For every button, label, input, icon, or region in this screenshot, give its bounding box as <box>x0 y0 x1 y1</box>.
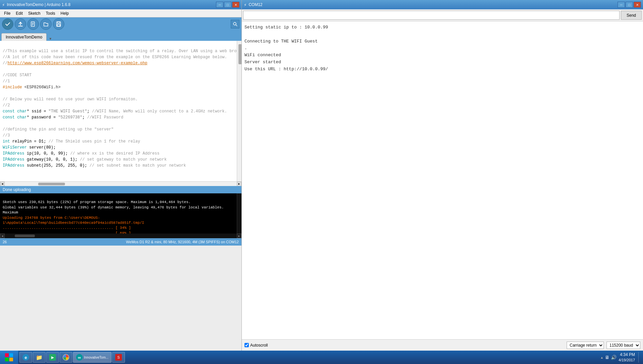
new-button[interactable] <box>27 18 39 30</box>
taskbar-items: e 📁 ▶ ∞ InnovativeTom... S <box>18 352 597 363</box>
console-output: Sketch uses 230,621 bytes (22%) of progr… <box>0 193 237 234</box>
clock[interactable]: 4:34 PM 4/19/2017 <box>619 352 635 363</box>
console-h-scroll-right[interactable]: ▶ <box>237 234 241 238</box>
system-tray: ▲ 🖥 🔊 4:34 PM 4/19/2017 <box>597 352 643 363</box>
tray-sound-icon: 🔊 <box>611 355 617 360</box>
start-button[interactable] <box>0 351 18 364</box>
taskbar-chrome[interactable] <box>60 352 72 363</box>
h-scroll-left[interactable]: ◀ <box>0 182 5 186</box>
menu-sketch[interactable]: Sketch <box>25 10 43 16</box>
arduino-status-bar: Done uploading <box>0 186 241 193</box>
tab-dropdown-arrow[interactable]: ▼ <box>49 37 51 41</box>
menu-bar: File Edit Sketch Tools Help <box>0 9 241 17</box>
baud-rate-select[interactable]: 300 1200 9600 115200 baud <box>606 342 640 349</box>
console-h-scrollbar[interactable]: ◀ ▶ <box>0 234 241 238</box>
code-content[interactable]: //This example will use a static IP to c… <box>0 41 237 181</box>
upload-button[interactable] <box>15 18 26 30</box>
arduino-logo-icon: ⚡ <box>2 2 5 8</box>
clock-date: 4/19/2017 <box>619 358 635 363</box>
taskbar-media[interactable]: ▶ <box>46 352 59 363</box>
menu-tools[interactable]: Tools <box>43 10 58 16</box>
com-title-text: COM12 <box>248 2 618 7</box>
com-bottom-bar: Autoscroll No line ending Newline Carria… <box>242 339 643 351</box>
taskbar-arduino[interactable]: ∞ InnovativeTom... <box>73 352 112 363</box>
console-scrollbar[interactable] <box>237 193 241 234</box>
arduino-close-btn[interactable]: ✕ <box>232 2 239 8</box>
tray-icons: ▲ 🖥 🔊 <box>600 355 617 360</box>
autoscroll-label[interactable]: Autoscroll <box>244 343 268 348</box>
tray-network-icon: 🖥 <box>605 355 610 360</box>
menu-help[interactable]: Help <box>58 10 72 16</box>
com-output: Setting static ip to : 10.0.0.99 Connect… <box>242 21 643 339</box>
tray-arrow[interactable]: ▲ <box>600 356 603 359</box>
verify-button[interactable] <box>2 18 13 30</box>
upload-status: Done uploading <box>3 187 31 192</box>
com-window-controls: ─ □ ✕ <box>618 2 641 8</box>
send-button[interactable]: Send <box>621 11 642 20</box>
code-h-scrollbar[interactable]: ◀ ▶ <box>0 181 241 186</box>
com-input-area: Send <box>242 9 643 21</box>
h-scroll-right[interactable]: ▶ <box>237 182 241 186</box>
taskbar-explorer[interactable]: 📁 <box>33 352 46 363</box>
autoscroll-checkbox[interactable] <box>244 343 249 347</box>
board-info: WeMos D1 R2 & mini, 80 MHz, 921600, 4M (… <box>126 240 239 244</box>
code-editor[interactable]: //This example will use a static IP to c… <box>0 41 241 181</box>
search-button[interactable] <box>231 20 239 28</box>
toolbar <box>0 17 241 31</box>
save-button[interactable] <box>53 18 64 30</box>
editor-scrollbar[interactable] <box>237 41 241 181</box>
arduino-minimize-btn[interactable]: ─ <box>216 2 223 8</box>
tab-main[interactable]: InnovativeTomDemo <box>1 33 47 41</box>
h-scroll-track[interactable] <box>5 182 237 186</box>
cursor-position: 26 <box>3 240 7 244</box>
arduino-maximize-btn[interactable]: □ <box>224 2 231 8</box>
taskbar-app6[interactable]: S <box>112 352 125 363</box>
com-minimize-btn[interactable]: ─ <box>618 2 625 8</box>
com-maximize-btn[interactable]: □ <box>626 2 633 8</box>
arduino-title-bar: ⚡ InnovativeTomDemo | Arduino 1.6.8 ─ □ … <box>0 0 241 9</box>
show-desktop-btn[interactable] <box>638 352 640 363</box>
menu-edit[interactable]: Edit <box>13 10 25 16</box>
com-logo-icon: ⚡ <box>244 2 246 8</box>
arduino-window-controls: ─ □ ✕ <box>216 2 239 8</box>
console-h-scroll-left[interactable]: ◀ <box>0 234 5 238</box>
com-close-btn[interactable]: ✕ <box>634 2 641 8</box>
menu-file[interactable]: File <box>1 10 13 16</box>
taskbar: e 📁 ▶ ∞ InnovativeTom... S <box>0 351 643 364</box>
clock-time: 4:34 PM <box>619 352 635 358</box>
arduino-bottom-status: 26 WeMos D1 R2 & mini, 80 MHz, 921600, 4… <box>0 238 241 246</box>
com-title-bar: ⚡ COM12 ─ □ ✕ <box>242 0 643 9</box>
tab-label: InnovativeTomDemo <box>6 35 42 39</box>
svg-line-5 <box>236 25 237 26</box>
svg-point-4 <box>233 22 236 25</box>
com12-window: ⚡ COM12 ─ □ ✕ Send Setting static ip to … <box>242 0 643 351</box>
arduino-title-text: InnovativeTomDemo | Arduino 1.6.8 <box>7 2 216 7</box>
line-ending-select[interactable]: No line ending Newline Carriage return B… <box>567 342 604 349</box>
open-button[interactable] <box>40 18 52 30</box>
svg-rect-3 <box>57 24 60 26</box>
taskbar-ie[interactable]: e <box>19 352 32 363</box>
console-wrapper: Sketch uses 230,621 bytes (22%) of progr… <box>0 193 241 234</box>
svg-rect-2 <box>58 22 60 23</box>
arduino-ide-window: ⚡ InnovativeTomDemo | Arduino 1.6.8 ─ □ … <box>0 0 242 355</box>
com-input-field[interactable] <box>243 11 620 20</box>
tab-bar: InnovativeTomDemo ▼ <box>0 31 241 41</box>
